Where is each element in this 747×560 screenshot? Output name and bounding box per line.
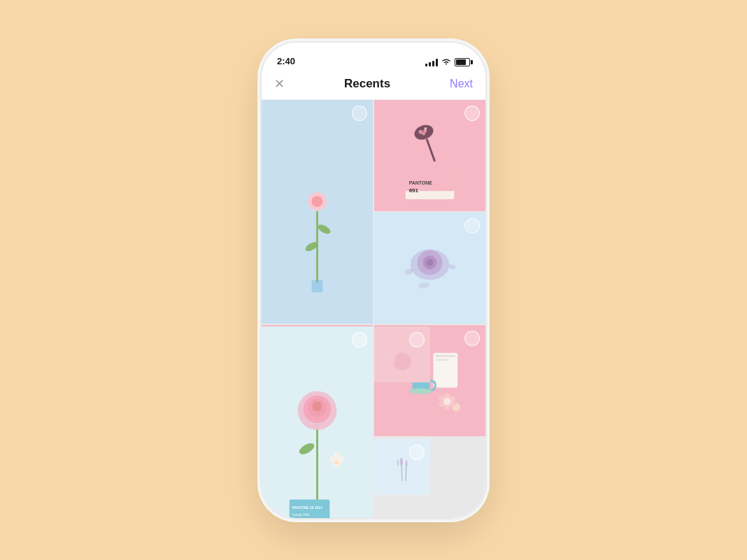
wifi-icon bbox=[441, 58, 451, 66]
svg-point-41 bbox=[450, 396, 455, 401]
svg-line-63 bbox=[401, 464, 402, 481]
status-bar: 2:40 bbox=[262, 43, 485, 69]
svg-point-7 bbox=[312, 196, 323, 207]
svg-text:691: 691 bbox=[409, 187, 419, 194]
svg-point-43 bbox=[444, 404, 450, 410]
select-circle-6[interactable] bbox=[352, 332, 367, 347]
svg-point-42 bbox=[450, 401, 455, 407]
svg-text:PANTONE: PANTONE bbox=[409, 180, 433, 185]
svg-point-24 bbox=[448, 264, 456, 269]
svg-point-66 bbox=[406, 460, 408, 467]
svg-text:Candy Pink: Candy Pink bbox=[292, 513, 311, 517]
status-time: 2:40 bbox=[277, 56, 295, 66]
select-circle-5[interactable] bbox=[464, 331, 480, 346]
svg-point-60 bbox=[334, 460, 339, 464]
photo-cell-8[interactable] bbox=[374, 439, 430, 495]
select-circle-2[interactable] bbox=[464, 106, 480, 121]
photo-cell-7[interactable] bbox=[374, 326, 430, 382]
phone-screen: 2:40 ✕ Recents bbox=[262, 43, 485, 518]
svg-point-52 bbox=[297, 440, 316, 456]
svg-point-67 bbox=[397, 459, 399, 466]
photo-grid: PANTONE 691 bbox=[262, 100, 485, 518]
svg-rect-33 bbox=[435, 354, 455, 357]
photo-cell-6[interactable]: PANTONE 16-1811 Candy Pink bbox=[262, 326, 373, 518]
select-circle-8[interactable] bbox=[409, 445, 425, 460]
photo-cell-3[interactable] bbox=[374, 213, 485, 324]
svg-rect-8 bbox=[312, 280, 323, 292]
svg-point-57 bbox=[329, 456, 335, 461]
select-circle-1[interactable] bbox=[352, 106, 367, 121]
svg-point-58 bbox=[338, 456, 343, 461]
svg-rect-34 bbox=[435, 359, 449, 360]
nav-bar: ✕ Recents Next bbox=[262, 69, 485, 100]
page-title: Recents bbox=[344, 77, 390, 91]
select-circle-7[interactable] bbox=[409, 332, 425, 347]
svg-point-22 bbox=[427, 259, 434, 266]
photo-cell-1[interactable] bbox=[262, 100, 373, 324]
svg-point-62 bbox=[387, 352, 397, 363]
svg-text:PANTONE 16-1811: PANTONE 16-1811 bbox=[292, 506, 323, 510]
svg-point-59 bbox=[334, 452, 339, 457]
svg-line-64 bbox=[406, 465, 406, 481]
svg-rect-14 bbox=[425, 138, 436, 161]
close-button[interactable]: ✕ bbox=[274, 76, 285, 92]
svg-rect-32 bbox=[433, 352, 457, 387]
photo-cell-2[interactable]: PANTONE 691 bbox=[374, 100, 485, 211]
svg-point-65 bbox=[400, 457, 403, 466]
svg-point-51 bbox=[313, 401, 322, 411]
svg-point-37 bbox=[410, 388, 432, 394]
select-circle-3[interactable] bbox=[464, 218, 480, 234]
svg-point-2 bbox=[316, 222, 332, 236]
battery-icon bbox=[455, 58, 470, 66]
svg-point-45 bbox=[439, 396, 444, 401]
svg-point-44 bbox=[439, 401, 444, 407]
svg-point-25 bbox=[418, 282, 430, 289]
signal-icon bbox=[425, 58, 438, 66]
status-icons bbox=[425, 58, 470, 66]
svg-point-46 bbox=[443, 398, 450, 405]
svg-point-40 bbox=[444, 393, 450, 399]
phone-mockup: 2:40 ✕ Recents bbox=[262, 43, 485, 518]
next-button[interactable]: Next bbox=[450, 78, 473, 90]
